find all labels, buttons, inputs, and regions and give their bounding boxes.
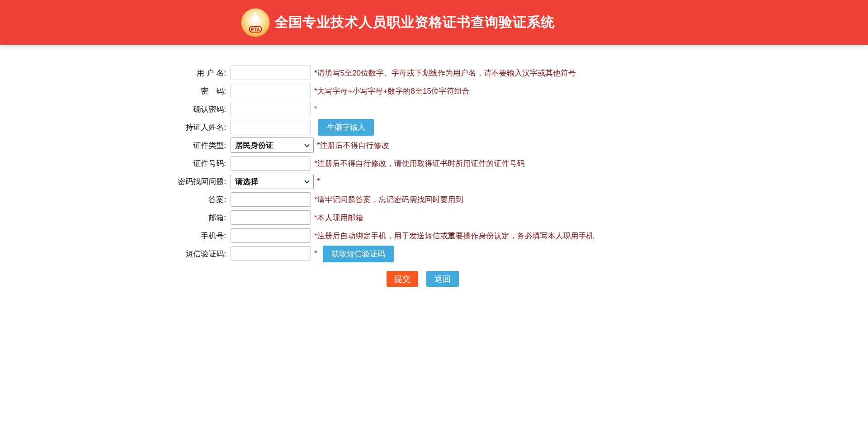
- sms-code-input[interactable]: [231, 247, 311, 261]
- email-input[interactable]: [231, 210, 311, 225]
- form-actions: 提交 返回: [387, 271, 868, 287]
- security-question-select[interactable]: 请选择: [231, 174, 314, 189]
- email-hint: *本人现用邮箱: [314, 213, 363, 223]
- form-row-cert-number: 证件号码: *注册后不得自行修改，请使用取得证书时所用证件的证件号码: [151, 154, 868, 172]
- registration-form: 用 户 名: *请填写5至20位数字、字母或下划线作为用户名，请不要输入汉字或其…: [151, 64, 868, 287]
- get-sms-code-button[interactable]: 获取短信验证码: [323, 246, 394, 262]
- cert-type-select-wrap: 居民身份证: [231, 138, 314, 153]
- holder-name-label: 持证人姓名:: [151, 122, 231, 133]
- username-hint: *请填写5至20位数字、字母或下划线作为用户名，请不要输入汉字或其他符号: [314, 68, 576, 78]
- form-row-holder-name: 持证人姓名: 生僻字输入: [151, 118, 868, 136]
- password-input[interactable]: [231, 84, 311, 98]
- submit-button[interactable]: 提交: [387, 271, 418, 287]
- page-title: 全国专业技术人员职业资格证书查询验证系统: [275, 13, 555, 32]
- answer-input[interactable]: [231, 192, 311, 207]
- form-row-cert-type: 证件类型: 居民身份证 *注册后不得自行修改: [151, 136, 868, 154]
- cert-number-input[interactable]: [231, 156, 311, 171]
- security-question-hint: *: [317, 177, 320, 186]
- confirm-password-label: 确认密码:: [151, 104, 231, 114]
- answer-label: 答案:: [151, 194, 231, 205]
- header-brand: PTA 全国专业技术人员职业资格证书查询验证系统: [241, 8, 555, 37]
- cert-type-label: 证件类型:: [151, 140, 231, 151]
- back-button[interactable]: 返回: [426, 271, 459, 287]
- security-question-label: 密码找回问题:: [151, 176, 231, 187]
- rare-character-input-button[interactable]: 生僻字输入: [318, 119, 374, 136]
- sms-code-hint: *: [314, 249, 317, 258]
- form-row-confirm-password: 确认密码: *: [151, 100, 868, 118]
- holder-name-input[interactable]: [231, 120, 311, 134]
- password-hint: *大写字母+小写字母+数字的8至15位字符组合: [314, 86, 470, 96]
- answer-hint: *请牢记问题答案，忘记密码需找回时要用到: [314, 194, 463, 205]
- username-input[interactable]: [231, 66, 311, 80]
- confirm-password-input[interactable]: [231, 102, 311, 116]
- confirm-password-hint: *: [314, 104, 317, 114]
- pta-logo-text: PTA: [251, 27, 259, 32]
- sms-code-label: 短信验证码:: [151, 249, 231, 259]
- form-row-email: 邮箱: *本人现用邮箱: [151, 209, 868, 227]
- cert-number-label: 证件号码:: [151, 158, 231, 169]
- username-label: 用 户 名:: [151, 68, 231, 78]
- cert-type-hint: *注册后不得自行修改: [317, 140, 389, 151]
- mobile-label: 手机号:: [151, 231, 231, 241]
- cert-number-hint: *注册后不得自行修改，请使用取得证书时所用证件的证件号码: [314, 158, 525, 169]
- security-question-select-wrap: 请选择: [231, 174, 314, 189]
- form-row-password: 密 码: *大写字母+小写字母+数字的8至15位字符组合: [151, 82, 868, 100]
- form-row-answer: 答案: *请牢记问题答案，忘记密码需找回时要用到: [151, 190, 868, 209]
- password-label: 密 码:: [151, 86, 231, 96]
- app-header: PTA 全国专业技术人员职业资格证书查询验证系统: [0, 0, 868, 45]
- form-row-username: 用 户 名: *请填写5至20位数字、字母或下划线作为用户名，请不要输入汉字或其…: [151, 64, 868, 82]
- form-row-security-question: 密码找回问题: 请选择 *: [151, 172, 868, 190]
- email-label: 邮箱:: [151, 213, 231, 223]
- form-row-mobile: 手机号: *注册后自动绑定手机，用于发送短信或重要操作身份认定，务必填写本人现用…: [151, 227, 868, 245]
- form-row-sms-code: 短信验证码: * 获取短信验证码: [151, 245, 868, 263]
- mobile-hint: *注册后自动绑定手机，用于发送短信或重要操作身份认定，务必填写本人现用手机: [314, 231, 594, 241]
- cert-type-select[interactable]: 居民身份证: [231, 138, 314, 153]
- pta-logo-icon: PTA: [241, 8, 270, 37]
- mobile-input[interactable]: [231, 228, 311, 243]
